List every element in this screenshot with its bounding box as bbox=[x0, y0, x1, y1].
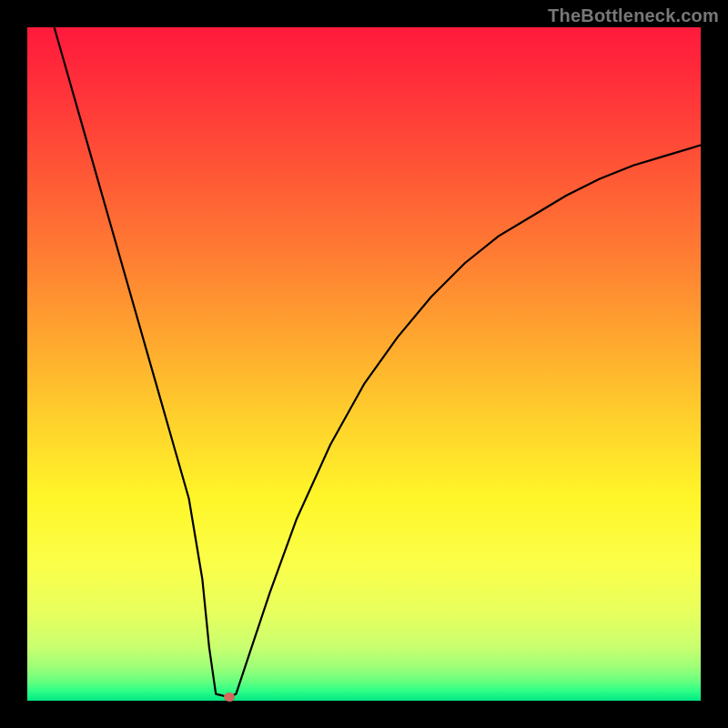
chart-frame: TheBottleneck.com bbox=[0, 0, 728, 728]
bottleneck-curve bbox=[27, 27, 701, 701]
plot-area bbox=[27, 27, 701, 701]
minimum-marker-icon bbox=[224, 693, 235, 702]
watermark-text: TheBottleneck.com bbox=[548, 5, 719, 26]
